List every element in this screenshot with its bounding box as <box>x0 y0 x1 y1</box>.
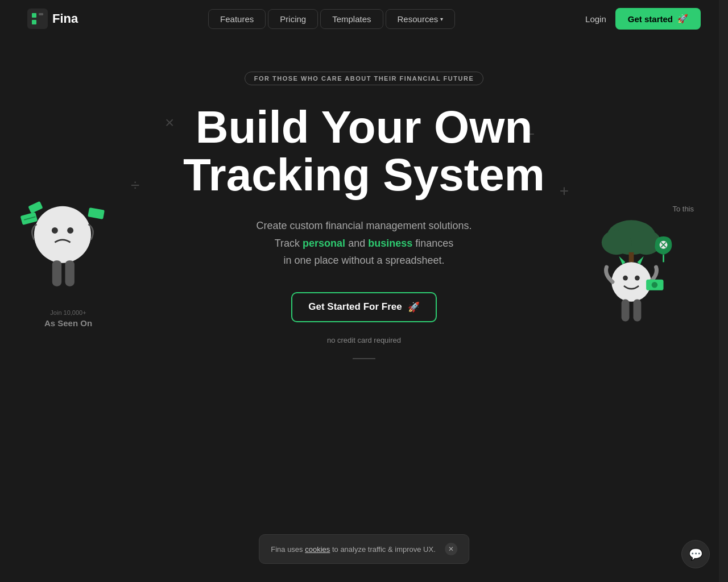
no-credit-text: no credit card required <box>11 336 717 344</box>
chat-button[interactable]: 💬 <box>681 540 710 568</box>
rocket-icon: 🚀 <box>677 14 688 24</box>
cookie-text-after: to analyze traffic & improve UX. <box>332 545 436 554</box>
templates-nav-link[interactable]: Templates <box>320 9 383 29</box>
subtitle-last: in one place without a spreadsheet. <box>283 255 444 266</box>
svg-rect-11 <box>28 201 43 214</box>
cookie-banner: Fina uses cookies to analyze traffic & i… <box>259 534 469 564</box>
cookie-text-before: Fina uses <box>271 545 303 554</box>
to-this-label: To this <box>580 205 694 213</box>
logo[interactable]: Fina <box>27 9 78 29</box>
svg-point-17 <box>611 262 651 302</box>
tagline-badge: FOR THOSE WHO CARE ABOUT THEIR FINANCIAL… <box>245 72 483 85</box>
svg-rect-8 <box>65 260 75 286</box>
hero-title-line2: Tracking System <box>183 149 545 200</box>
resources-nav-link[interactable]: Resources ▾ <box>386 9 456 29</box>
hero-title: Build Your Own Tracking System <box>11 103 717 199</box>
svg-point-18 <box>623 276 628 281</box>
get-started-nav-button[interactable]: Get started 🚀 <box>615 8 701 30</box>
subtitle-and: and <box>348 238 365 249</box>
illustration-right: To this <box>580 205 694 334</box>
subtitle-track: Track <box>275 238 300 249</box>
cta-label: Get Started For Free <box>308 301 402 313</box>
nav-right: Login Get started 🚀 <box>585 8 701 30</box>
svg-rect-1 <box>32 13 36 18</box>
resources-label: Resources <box>398 14 439 24</box>
rocket-cta-icon: 🚀 <box>408 301 420 313</box>
divider <box>353 358 375 359</box>
subtitle-business: business <box>368 238 412 249</box>
svg-rect-26 <box>622 299 630 321</box>
login-button[interactable]: Login <box>585 14 606 24</box>
get-started-nav-label: Get started <box>628 14 673 24</box>
pricing-nav-link[interactable]: Pricing <box>268 9 318 29</box>
svg-rect-2 <box>32 20 36 24</box>
chat-icon: 💬 <box>689 547 703 561</box>
join-text: Join 10,000+ <box>11 309 125 316</box>
subtitle-before: Create custom financial management solut… <box>256 220 471 231</box>
hero-title-line1: Build Your Own <box>196 102 533 152</box>
logo-icon <box>27 9 48 29</box>
svg-point-5 <box>52 227 58 234</box>
svg-point-6 <box>67 227 73 234</box>
svg-rect-16 <box>629 252 634 262</box>
svg-rect-3 <box>39 13 43 15</box>
navbar: Fina Features Pricing Templates Resource… <box>0 0 728 38</box>
features-nav-link[interactable]: Features <box>208 9 266 29</box>
svg-rect-7 <box>52 260 61 286</box>
character-left-svg <box>11 193 114 307</box>
chevron-down-icon: ▾ <box>440 16 443 22</box>
svg-point-19 <box>635 276 640 281</box>
illustration-left: Join 10,000+ As Seen On <box>11 193 125 328</box>
get-started-cta-button[interactable]: Get Started For Free 🚀 <box>291 292 436 322</box>
cookie-link[interactable]: cookies <box>305 545 330 554</box>
svg-rect-10 <box>88 207 105 219</box>
svg-point-4 <box>34 206 91 263</box>
cookie-close-button[interactable]: ✕ <box>445 543 457 555</box>
subtitle-finances: finances <box>415 238 453 249</box>
svg-rect-0 <box>27 9 48 29</box>
svg-rect-27 <box>633 299 641 321</box>
character-right-svg <box>580 218 682 331</box>
svg-point-14 <box>602 230 631 255</box>
cookie-text: Fina uses cookies to analyze traffic & i… <box>271 545 436 554</box>
as-seen-on-text: As Seen On <box>11 318 125 328</box>
subtitle-personal: personal <box>303 238 345 249</box>
nav-links: Features Pricing Templates Resources ▾ <box>208 9 455 29</box>
svg-point-21 <box>652 282 657 288</box>
brand-name: Fina <box>52 11 78 26</box>
